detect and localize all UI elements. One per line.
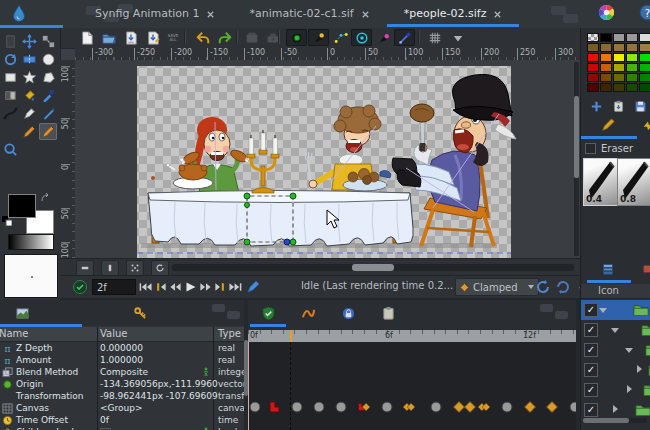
waypoint-g[interactable] — [500, 400, 514, 414]
toggle-onion-skin-button[interactable] — [351, 29, 372, 46]
palette-swatch[interactable] — [626, 33, 638, 42]
tool-doc-button[interactable] — [1, 33, 19, 50]
layer-row[interactable]: ✓ — [581, 360, 650, 380]
palette-swatch[interactable] — [587, 33, 599, 42]
document-tab-2[interactable]: *animatic-02-c1.sif — [232, 0, 386, 27]
save-as-button[interactable] — [144, 29, 162, 46]
gradient-swatch[interactable] — [8, 234, 54, 250]
palette-swatch[interactable] — [639, 33, 650, 42]
waypoint-g[interactable] — [290, 400, 304, 414]
palette-swatch[interactable] — [587, 43, 599, 52]
waypoint-g[interactable] — [334, 400, 348, 414]
curves-tab[interactable] — [296, 303, 320, 323]
undo-button[interactable] — [194, 29, 212, 46]
tool-blank-button[interactable] — [1, 123, 19, 140]
palette-swatch[interactable] — [613, 73, 625, 82]
animate-mode-icon[interactable] — [72, 279, 88, 295]
palette-swatch[interactable] — [639, 73, 650, 82]
tool-rotate-button[interactable] — [1, 51, 19, 68]
tool-eyedrop-button[interactable] — [39, 87, 57, 104]
layer-visibility-checkbox[interactable]: ✓ — [584, 383, 598, 397]
close-icon[interactable] — [361, 9, 370, 18]
eraser-checkbox[interactable] — [585, 143, 596, 154]
palette-add-button[interactable] — [587, 98, 605, 114]
palette-swatch[interactable] — [626, 73, 638, 82]
scrollbar-handle[interactable] — [583, 418, 629, 423]
tool-rect-button[interactable] — [1, 69, 19, 86]
tool-fill-button[interactable] — [20, 87, 38, 104]
help-icon[interactable]: ? — [639, 4, 650, 21]
waypoint-d[interactable] — [523, 400, 537, 414]
shield-tab[interactable] — [256, 303, 280, 323]
close-icon[interactable] — [493, 9, 502, 18]
toggle-bone-button[interactable] — [394, 29, 415, 46]
canvas-vertical-scrollbar[interactable] — [574, 62, 579, 256]
palette-swatch[interactable] — [639, 53, 650, 62]
chevron-right-icon[interactable] — [613, 405, 622, 413]
param-row[interactable]: πZ Depth0.000000real — [0, 342, 244, 354]
grid-toggle-button[interactable] — [426, 29, 444, 46]
params-tab[interactable] — [10, 303, 34, 323]
import-image-button[interactable] — [243, 29, 261, 46]
save-all-button[interactable]: SAVE ALL — [164, 29, 182, 46]
palette-swatch[interactable] — [639, 43, 650, 52]
chevron-down-icon[interactable] — [625, 348, 633, 357]
canvas-viewport[interactable] — [75, 60, 580, 258]
palette-paste-button[interactable] — [609, 98, 627, 114]
waypoint-g[interactable] — [380, 400, 394, 414]
layers-tab[interactable] — [597, 260, 619, 278]
waypoint-dd[interactable] — [477, 400, 497, 414]
animate-pen-icon[interactable] — [245, 279, 261, 295]
layer-row[interactable]: ✓ — [581, 380, 650, 400]
seek-prev-frame-button[interactable] — [168, 281, 183, 293]
toggle-snap-button[interactable] — [308, 29, 329, 46]
palette-swatch[interactable] — [626, 63, 638, 72]
seek-next-keyframe-button[interactable] — [213, 281, 228, 293]
waypoint-d[interactable] — [545, 400, 559, 414]
timetrack-area[interactable] — [248, 342, 576, 430]
open-doc-button[interactable] — [100, 29, 118, 46]
palette-swatch[interactable] — [613, 33, 625, 42]
layer-row[interactable]: ✓ — [581, 300, 650, 320]
chevron-right-icon[interactable] — [627, 385, 636, 393]
brush-item[interactable]: 0.8 — [617, 158, 650, 206]
tool-pencil-button[interactable] — [20, 123, 38, 140]
palette-swatch[interactable] — [613, 53, 625, 62]
chevron-right-icon[interactable] — [637, 365, 646, 373]
tool-circle-button[interactable] — [39, 51, 57, 68]
swap-colors-icon[interactable] — [40, 192, 52, 204]
param-row[interactable]: πAmount1.000000real — [0, 354, 244, 366]
layer-row[interactable]: ✓ — [581, 320, 650, 340]
waypoint-g[interactable] — [429, 400, 443, 414]
brush-preview[interactable] — [4, 254, 58, 298]
chevron-down-icon[interactable] — [611, 328, 619, 337]
chevron-down-icon[interactable] — [599, 308, 607, 317]
vertical-ruler[interactable]: 10050050100 — [60, 60, 75, 258]
play-button[interactable] — [183, 281, 198, 293]
param-row[interactable]: Origin-134.369056px,-111.9960vector — [0, 378, 244, 390]
scrollbar-handle[interactable] — [574, 96, 579, 178]
time-ruler[interactable]: 0f6f12f — [248, 330, 576, 342]
param-row[interactable]: Transformation-98.962441px -107.69609tra… — [0, 390, 244, 402]
param-row[interactable]: Canvas<Group>canvas — [0, 402, 244, 414]
seek-end-button[interactable] — [228, 281, 243, 293]
tool-transform-button[interactable] — [20, 33, 38, 50]
close-icon[interactable] — [206, 9, 215, 18]
horizontal-ruler[interactable]: -300-250-200-150-100-5005010015020025030… — [75, 48, 580, 60]
document-tab-3[interactable]: *people-02.sifz — [387, 0, 520, 27]
seek-begin-button[interactable] — [138, 281, 153, 293]
tool-mirror-button[interactable] — [20, 51, 38, 68]
render-options-button[interactable] — [264, 29, 282, 46]
toggle-past-onion-button[interactable] — [76, 260, 94, 276]
refresh-b-icon[interactable] — [555, 279, 571, 295]
palette-save-button[interactable] — [631, 98, 649, 114]
document-tab-1[interactable]: Synfig Animation 1 — [78, 0, 232, 27]
toggle-future-onion-button[interactable] — [101, 260, 119, 276]
palette-swatch[interactable] — [600, 63, 612, 72]
layer-visibility-checkbox[interactable]: ✓ — [584, 363, 598, 377]
palette-swatch[interactable] — [587, 63, 599, 72]
interpolation-dropdown[interactable]: Clamped — [455, 278, 539, 296]
toggle-keyframe-dots-button[interactable] — [330, 29, 351, 46]
toggle-lowres-button[interactable] — [126, 260, 144, 276]
palette-swatch[interactable] — [613, 83, 625, 92]
